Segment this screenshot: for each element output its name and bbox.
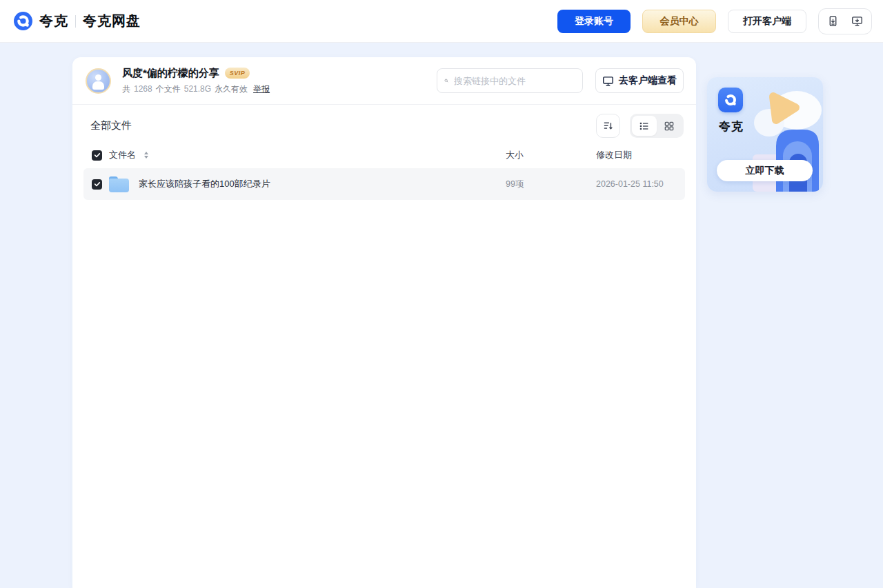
svip-badge: SVIP [225,68,250,79]
list-view-button[interactable] [632,116,657,136]
download-now-button[interactable]: 立即下载 [717,160,813,181]
phone-download-icon[interactable] [827,15,839,27]
grid-view-icon [664,121,675,132]
top-header: 夸克 夸克网盘 登录账号 会员中心 打开客户端 [0,0,883,43]
header-actions: 登录账号 会员中心 打开客户端 [557,8,872,34]
row-checkbox[interactable] [92,179,102,190]
total-size: 521.8G [184,84,211,94]
share-meta: 共 1268 个文件 521.8G 永久有效 举报 [122,83,270,95]
sharer-info: 风度*偏的柠檬的分享 SVIP 共 1268 个文件 521.8G 永久有效 举… [86,67,270,95]
share-header-actions: 去客户端查看 [437,68,684,93]
quark-logo-icon [14,12,32,30]
promo-app-name: 夸克 [719,119,744,134]
product-name: 夸克网盘 [83,12,141,30]
list-view-icon [639,121,650,132]
monitor-icon [602,75,614,87]
meta-prefix: 共 [122,83,130,95]
share-title: 风度*偏的柠檬的分享 [122,67,219,80]
column-header-date[interactable]: 修改日期 [596,149,677,161]
file-count: 1268 [134,84,152,94]
monitor-download-icon[interactable] [851,15,863,27]
file-row[interactable]: 家长应该陪孩子看的100部纪录片 99项 2026-01-25 11:50 [83,168,685,200]
search-box[interactable] [437,68,583,93]
select-all-checkbox[interactable] [92,150,102,161]
file-table-header: 文件名 大小 修改日期 [83,145,685,168]
check-icon [94,152,101,159]
column-header-name[interactable]: 文件名 [109,149,136,161]
file-list-toolbar: 全部文件 [72,105,696,143]
quark-app-icon [718,88,743,112]
vip-center-button[interactable]: 会员中心 [642,10,716,33]
report-link[interactable]: 举报 [253,83,270,95]
sort-lines-icon [602,120,614,132]
brand-divider [75,15,76,28]
brand-name: 夸克 [39,12,68,30]
folder-icon [109,176,129,192]
meta-unit: 个文件 [156,83,181,95]
view-in-client-label: 去客户端查看 [619,74,677,87]
grid-view-button[interactable] [657,116,682,136]
file-size: 99项 [506,179,596,190]
search-input[interactable] [454,76,575,86]
brand[interactable]: 夸克 夸克网盘 [14,12,141,30]
app-download-promo-card[interactable]: 夸克 立即下载 [707,77,823,192]
file-name[interactable]: 家长应该陪孩子看的100部纪录片 [139,178,270,190]
view-controls [596,114,684,138]
sort-order-button[interactable] [596,114,620,138]
open-client-button[interactable]: 打开客户端 [728,10,806,33]
validity-label: 永久有效 [215,83,248,95]
section-title: 全部文件 [90,119,132,132]
search-icon [444,75,448,86]
view-mode-toggle [630,114,684,138]
avatar [86,68,111,94]
view-in-client-button[interactable]: 去客户端查看 [595,68,684,93]
column-header-size[interactable]: 大小 [506,149,596,161]
name-sort-arrows-icon[interactable] [144,152,148,159]
file-date: 2026-01-25 11:50 [596,179,677,189]
check-icon [94,181,101,187]
share-content-card: 风度*偏的柠檬的分享 SVIP 共 1268 个文件 521.8G 永久有效 举… [72,57,696,588]
share-header: 风度*偏的柠檬的分享 SVIP 共 1268 个文件 521.8G 永久有效 举… [72,57,696,104]
download-apps-group [818,8,872,34]
login-button[interactable]: 登录账号 [557,10,631,33]
